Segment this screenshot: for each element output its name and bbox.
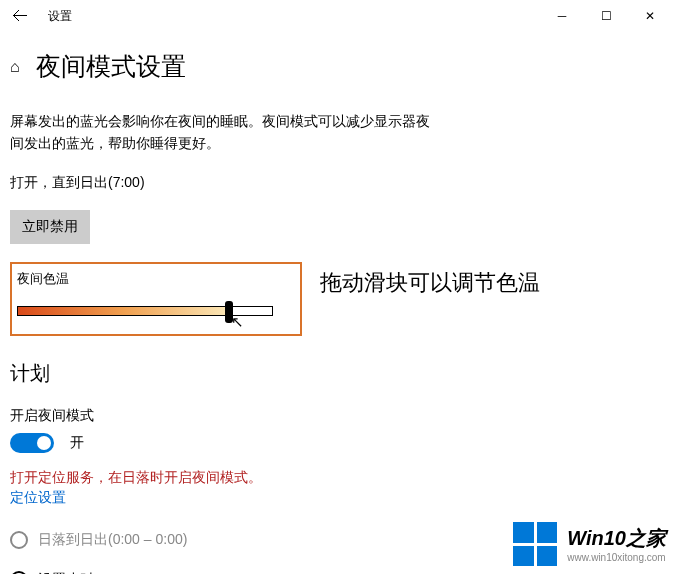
plan-section-title: 计划 [10, 360, 666, 387]
color-temp-slider[interactable]: ↖ [17, 306, 273, 316]
close-button[interactable]: ✕ [628, 0, 672, 32]
color-temp-label: 夜间色温 [16, 270, 296, 288]
disable-now-button[interactable]: 立即禁用 [10, 210, 90, 244]
enable-night-mode-label: 开启夜间模式 [10, 407, 666, 425]
annotation-text: 拖动滑块可以调节色温 [320, 268, 540, 298]
description-text: 屏幕发出的蓝光会影响你在夜间的睡眠。夜间模式可以减少显示器夜间发出的蓝光，帮助你… [10, 111, 430, 154]
radio-sunset-label: 日落到日出(0:00 – 0:00) [38, 531, 187, 549]
page-title: 夜间模式设置 [36, 50, 186, 83]
windows-logo-icon [513, 522, 557, 566]
titlebar-app-name: 设置 [48, 8, 72, 25]
home-icon[interactable]: ⌂ [10, 58, 20, 76]
radio-sunset[interactable] [10, 531, 28, 549]
toggle-state-text: 开 [70, 434, 84, 452]
night-mode-toggle[interactable] [10, 433, 54, 453]
maximize-button[interactable]: ☐ [584, 0, 628, 32]
color-temp-section: 夜间色温 ↖ [10, 262, 302, 336]
watermark-title: Win10之家 [567, 525, 666, 552]
minimize-button[interactable]: ─ [540, 0, 584, 32]
back-icon[interactable]: 🡠 [8, 3, 32, 29]
location-warning: 打开定位服务，在日落时开启夜间模式。 [10, 469, 666, 487]
slider-thumb[interactable] [225, 301, 233, 323]
location-settings-link[interactable]: 定位设置 [10, 489, 66, 507]
schedule-status: 打开，直到日出(7:00) [10, 174, 666, 192]
watermark-url: www.win10xitong.com [567, 552, 666, 563]
watermark: Win10之家 www.win10xitong.com [513, 522, 666, 566]
